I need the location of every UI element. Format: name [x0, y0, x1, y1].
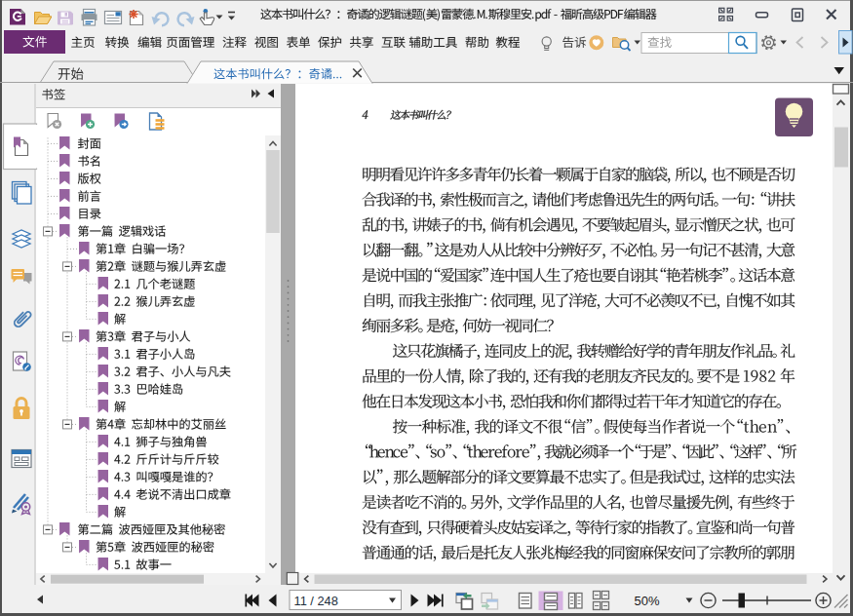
svg-text:50%: 50%: [635, 594, 660, 608]
svg-text:11 / 248: 11 / 248: [294, 594, 338, 608]
